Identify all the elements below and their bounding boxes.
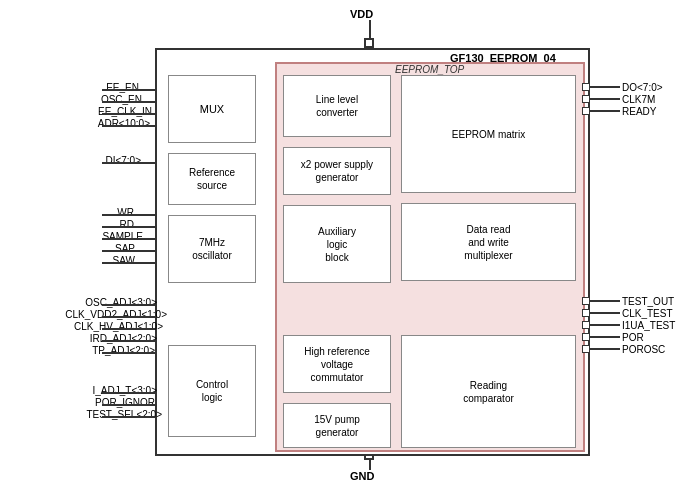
clk7m-square <box>582 95 590 103</box>
data-read-write-block: Data readand writemultiplexer <box>401 203 576 281</box>
clk-hv-adj-label: CLK_HV_ADJ<1:0> <box>74 321 163 332</box>
ready-square <box>582 107 590 115</box>
test-out-square <box>582 297 590 305</box>
vdd-square <box>364 38 374 48</box>
reading-comparator-block: Readingcomparator <box>401 335 576 448</box>
gnd-label: GND <box>350 470 374 482</box>
vdd-label: VDD <box>350 8 373 20</box>
ready-label: READY <box>622 106 656 117</box>
por-square <box>582 333 590 341</box>
sap-label: SAP <box>115 243 135 254</box>
eeprom-top-label: EEPROM_TOP <box>395 64 464 75</box>
por-label: POR <box>622 332 644 343</box>
clk7m-label: CLK7M <box>622 94 655 105</box>
wr-label: WR <box>117 207 134 218</box>
i1ua-test-label: I1UA_TEST <box>622 320 675 331</box>
do-label: DO<7:0> <box>622 82 663 93</box>
por-ignor-label: POR_IGNOR <box>95 397 155 408</box>
control-logic-block: Controllogic <box>168 345 256 437</box>
reference-source-block: Referencesource <box>168 153 256 205</box>
porosc-label: POROSC <box>622 344 665 355</box>
osc-en-label: OSC_EN <box>101 94 142 105</box>
mux-block: MUX <box>168 75 256 143</box>
oscillator-block: 7MHzoscillator <box>168 215 256 283</box>
x2-power-supply-block: x2 power supplygenerator <box>283 147 391 195</box>
porosc-square <box>582 345 590 353</box>
i-adj-t-label: I_ADJ_T<3:0> <box>93 385 157 396</box>
vdd-line <box>369 20 371 40</box>
di-label: DI<7:0> <box>105 155 141 166</box>
diagram: VDD GND GF130_EEPROM_04 EEPROM_TOP MUX R… <box>0 0 700 504</box>
clk-vdd2-adj-label: CLK_VDD2_ADJ<1:0> <box>65 309 167 320</box>
clk-test-label: CLK_TEST <box>622 308 673 319</box>
osc-adj-label: OSC_ADJ<3:0> <box>85 297 157 308</box>
high-ref-voltage-block: High referencevoltagecommutator <box>283 335 391 393</box>
saw-label: SAW <box>113 255 135 266</box>
line-level-converter-block: Line levelconverter <box>283 75 391 137</box>
clk-test-square <box>582 309 590 317</box>
tp-adj-label: TP_ADJ<2:0> <box>92 345 155 356</box>
i1ua-test-square <box>582 321 590 329</box>
test-sel-label: TEST_SEL<2:0> <box>86 409 162 420</box>
ee-en-label: EE_EN <box>106 82 139 93</box>
eeprom-matrix-block: EEPROM matrix <box>401 75 576 193</box>
15v-pump-block: 15V pumpgenerator <box>283 403 391 448</box>
sample-label: SAMPLE <box>102 231 143 242</box>
ird-adj-label: IRD_ADJ<2:0> <box>90 333 157 344</box>
ee-clk-in-label: EE_CLK_IN <box>98 106 152 117</box>
do-square <box>582 83 590 91</box>
test-out-label: TEST_OUT <box>622 296 674 307</box>
rd-label: RD <box>120 219 134 230</box>
auxiliary-logic-block: Auxiliarylogicblock <box>283 205 391 283</box>
adr-label: ADR<10:0> <box>98 118 150 129</box>
